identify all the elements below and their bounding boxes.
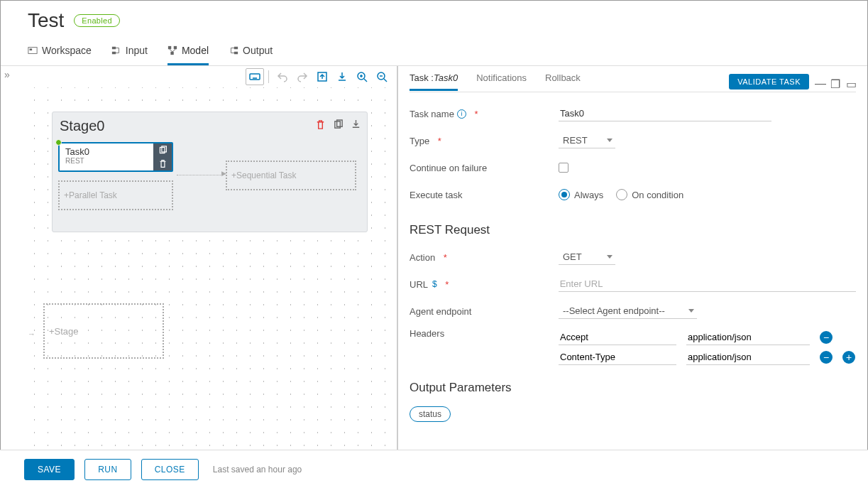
add-parallel-task[interactable]: +Parallel Task [58, 180, 173, 210]
status-badge: Enabled [74, 14, 119, 27]
continue-on-failure-checkbox[interactable] [559, 163, 568, 173]
model-icon [167, 45, 177, 55]
zoom-out-icon[interactable] [373, 68, 391, 85]
action-label: Action [410, 252, 435, 263]
execute-on-condition-radio[interactable]: On condition [616, 189, 683, 200]
radio-label: On condition [632, 190, 683, 200]
add-header-button[interactable]: + [842, 351, 855, 364]
restore-icon[interactable]: ❐ [830, 77, 840, 86]
undo-icon[interactable] [273, 68, 292, 85]
stage-download-icon[interactable] [351, 119, 361, 133]
output-parameters-title: Output Parameters [410, 381, 856, 395]
svg-rect-7 [234, 47, 238, 50]
continue-label: Continue on failure [410, 163, 559, 173]
remove-header-button[interactable]: − [820, 331, 833, 344]
input-icon [111, 45, 121, 55]
canvas-toolbar [1, 66, 397, 87]
tab-label: Input [126, 45, 148, 56]
main-tabs: Workspace Input Model Output [1, 39, 867, 66]
header-key-input[interactable] [559, 330, 676, 345]
flow-arrow-icon [177, 175, 222, 176]
stage-box[interactable]: Stage0 Task0 REST +Parall [52, 112, 368, 232]
header-value-input[interactable] [686, 330, 810, 345]
svg-rect-3 [112, 52, 116, 55]
keyboard-icon[interactable] [246, 68, 264, 85]
url-label: URL [410, 279, 428, 290]
headers-label: Headers [410, 325, 559, 339]
svg-line-20 [384, 79, 387, 82]
copy-task-icon[interactable] [153, 143, 172, 157]
agent-endpoint-select[interactable]: --Select Agent endpoint-- [559, 303, 697, 319]
export-up-icon[interactable] [313, 68, 331, 85]
execute-label: Execute task [410, 190, 559, 200]
redo-icon[interactable] [293, 68, 312, 85]
url-input[interactable] [559, 276, 856, 292]
workspace-icon [28, 45, 38, 55]
zoom-in-icon[interactable] [353, 68, 371, 85]
delete-task-icon[interactable] [153, 157, 172, 170]
svg-rect-9 [250, 74, 260, 80]
delete-stage-icon[interactable] [315, 119, 326, 133]
svg-rect-1 [30, 48, 33, 50]
svg-rect-5 [174, 46, 177, 49]
pipeline-canvas[interactable]: Stage0 Task0 REST +Parall [23, 87, 397, 457]
download-icon[interactable] [333, 68, 351, 85]
tab-label: Model [182, 45, 209, 56]
task-status-dot-icon [55, 139, 62, 146]
flow-arrow-icon: → [28, 330, 35, 338]
panel-tab-taskname: Task0 [434, 72, 458, 83]
task-name-label: Task name [410, 109, 454, 119]
output-icon [229, 45, 238, 55]
tab-workspace[interactable]: Workspace [28, 39, 92, 65]
panel-tab-notifications[interactable]: Notifications [476, 72, 527, 91]
header-key-input[interactable] [559, 349, 676, 365]
tab-model[interactable]: Model [167, 39, 209, 65]
copy-stage-icon[interactable] [333, 119, 344, 133]
add-stage[interactable]: +Stage [43, 303, 164, 359]
agent-label: Agent endpoint [410, 306, 559, 317]
run-button[interactable]: RUN [84, 459, 131, 480]
variable-icon[interactable]: $ [432, 279, 437, 289]
task-type-text: REST [65, 157, 148, 165]
stage-title: Stage0 [58, 118, 104, 134]
svg-line-16 [364, 79, 367, 82]
validate-task-button[interactable]: VALIDATE TASK [729, 74, 809, 90]
svg-rect-6 [170, 52, 173, 55]
task-card[interactable]: Task0 REST [58, 142, 173, 172]
svg-rect-4 [168, 46, 171, 49]
panel-tab-rollback[interactable]: Rollback [545, 72, 581, 91]
panel-tab-task[interactable]: Task :Task0 [410, 72, 458, 91]
radio-label: Always [574, 190, 603, 200]
last-saved-text: Last saved an hour ago [213, 465, 302, 475]
info-icon[interactable]: i [457, 109, 466, 119]
maximize-icon[interactable]: ▭ [846, 77, 856, 86]
svg-rect-8 [234, 52, 238, 55]
minimize-icon[interactable]: — [815, 77, 825, 86]
task-name-input[interactable] [559, 106, 771, 121]
task-name-text: Task0 [65, 146, 148, 157]
remove-header-button[interactable]: − [820, 351, 833, 364]
expand-handle-icon[interactable]: » [4, 69, 10, 80]
tab-output[interactable]: Output [229, 39, 273, 65]
close-button[interactable]: CLOSE [141, 459, 199, 480]
output-param-pill[interactable]: status [410, 406, 451, 422]
tab-input[interactable]: Input [111, 39, 148, 65]
type-select[interactable]: REST [559, 133, 615, 148]
svg-rect-2 [112, 47, 116, 50]
panel-tab-label: Task : [410, 72, 434, 83]
tab-label: Workspace [42, 45, 92, 56]
page-title: Test [28, 9, 64, 32]
rest-request-title: REST Request [410, 223, 856, 237]
execute-always-radio[interactable]: Always [559, 189, 603, 200]
tab-label: Output [243, 45, 273, 56]
header-value-input[interactable] [686, 349, 810, 365]
save-button[interactable]: SAVE [24, 459, 75, 480]
action-select[interactable]: GET [559, 249, 615, 265]
type-label: Type [410, 136, 429, 146]
add-sequential-task[interactable]: +Sequential Task [226, 161, 356, 190]
